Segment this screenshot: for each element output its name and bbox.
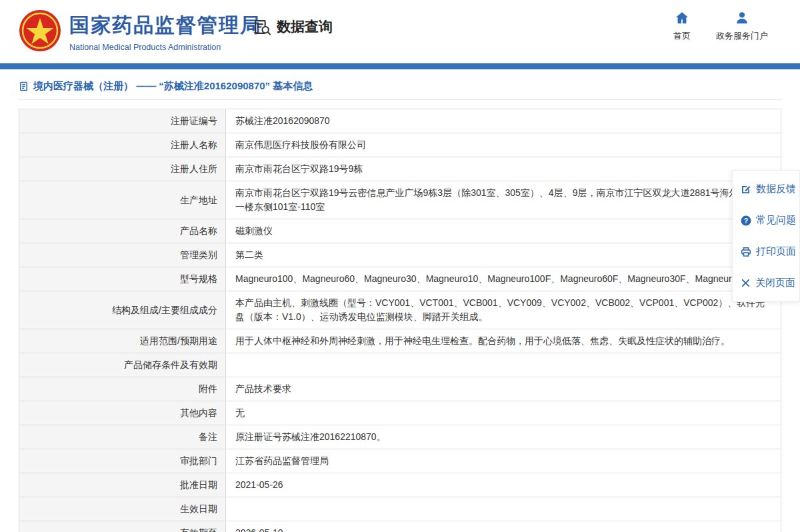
table-row: 审批部门江苏省药品监督管理局 bbox=[19, 449, 781, 473]
field-label: 有效期至 bbox=[19, 521, 226, 532]
field-value: 原注册证号苏械注准20162210870。 bbox=[226, 425, 781, 449]
table-row: 有效期至2026-05-10 bbox=[19, 521, 781, 532]
table-row: 注册人名称南京伟思医疗科技股份有限公司 bbox=[19, 133, 781, 157]
header-divider-bar bbox=[0, 63, 800, 69]
table-row: 注册证编号苏械注准20162090870 bbox=[19, 109, 781, 133]
org-name-en: National Medical Products Administration bbox=[69, 43, 261, 52]
table-row: 生效日期 bbox=[19, 497, 781, 521]
feedback-icon bbox=[741, 184, 751, 195]
field-value: 2026-05-10 bbox=[226, 521, 781, 532]
field-label: 适用范围/预期用途 bbox=[19, 329, 226, 353]
table-row: 注册人住所南京市雨花台区宁双路19号9栋 bbox=[19, 157, 781, 181]
field-label: 产品储存条件及有效期 bbox=[19, 353, 226, 377]
table-row: 批准日期2021-05-26 bbox=[19, 473, 781, 497]
field-value: 江苏省药品监督管理局 bbox=[226, 449, 781, 473]
data-query-label: 数据查询 bbox=[277, 17, 333, 36]
breadcrumb: 境内医疗器械（注册） —— “苏械注准20162090870” 基本信息 bbox=[19, 69, 781, 100]
field-value: 苏械注准20162090870 bbox=[226, 109, 781, 133]
user-icon bbox=[735, 11, 749, 25]
panel-item-label: 数据反馈 bbox=[756, 183, 796, 195]
table-row: 其他内容无 bbox=[19, 401, 781, 425]
field-value: 磁刺激仪 bbox=[226, 219, 781, 243]
panel-item-faq[interactable]: ? 常见问题 bbox=[741, 205, 799, 236]
org-name-cn: 国家药品监督管理局 bbox=[69, 12, 261, 39]
panel-item-label: 打印页面 bbox=[756, 245, 796, 258]
table-row: 适用范围/预期用途用于人体中枢神经和外周神经刺激，用于神经电生理检查。配合药物，… bbox=[19, 329, 781, 353]
panel-item-label: 常见问题 bbox=[756, 214, 796, 227]
table-row: 管理类别第二类 bbox=[19, 243, 781, 267]
field-value: 第二类 bbox=[226, 243, 781, 267]
question-icon: ? bbox=[741, 215, 751, 226]
nav-item-home[interactable]: 首页 bbox=[673, 11, 691, 42]
field-value: 南京伟思医疗科技股份有限公司 bbox=[226, 133, 781, 157]
field-label: 注册人住所 bbox=[19, 157, 226, 181]
field-value: 南京市雨花台区宁双路19号9栋 bbox=[226, 157, 781, 181]
nav-item-label: 政务服务门户 bbox=[716, 30, 768, 42]
data-query-nav[interactable]: 数据查询 bbox=[253, 17, 333, 36]
table-row: 生产地址南京市雨花台区宁双路19号云密信息产业广场9栋3层（除301室、305室… bbox=[19, 181, 781, 219]
field-label: 注册人名称 bbox=[19, 133, 226, 157]
floating-tools-panel: 数据反馈 ? 常见问题 打印页面 关闭页面 bbox=[732, 170, 800, 302]
table-row: 产品储存条件及有效期 bbox=[19, 353, 781, 377]
field-label: 审批部门 bbox=[19, 449, 226, 473]
close-icon bbox=[741, 278, 751, 288]
field-value: 南京市雨花台区宁双路19号云密信息产业广场9栋3层（除301室、305室）、4层… bbox=[226, 181, 781, 219]
print-icon bbox=[741, 247, 751, 257]
panel-item-label: 关闭页面 bbox=[755, 277, 795, 289]
field-label: 附件 bbox=[19, 377, 226, 401]
field-label: 结构及组成/主要组成成分 bbox=[19, 291, 226, 329]
site-header: 国家药品监督管理局 National Medical Products Admi… bbox=[0, 0, 800, 63]
field-value bbox=[226, 353, 781, 377]
header-nav: 首页 政务服务门户 bbox=[673, 11, 768, 42]
field-label: 注册证编号 bbox=[19, 109, 226, 133]
org-title-block: 国家药品监督管理局 National Medical Products Admi… bbox=[69, 12, 261, 52]
field-value: 2021-05-26 bbox=[226, 473, 781, 497]
field-label: 生效日期 bbox=[19, 497, 226, 521]
document-search-icon bbox=[253, 18, 271, 36]
page-title: 境内医疗器械（注册） —— “苏械注准20162090870” 基本信息 bbox=[33, 80, 313, 93]
table-row: 产品名称磁刺激仪 bbox=[19, 219, 781, 243]
field-label: 生产地址 bbox=[19, 181, 226, 219]
field-label: 型号规格 bbox=[19, 267, 226, 291]
field-value: Magneuro100、Magneuro60、Magneuro30、Magneu… bbox=[226, 267, 781, 291]
table-row: 附件产品技术要求 bbox=[19, 377, 781, 401]
table-row: 结构及组成/主要组成成分本产品由主机、刺激线圈（型号：VCY001、VCT001… bbox=[19, 291, 781, 329]
table-row: 备注原注册证号苏械注准20162210870。 bbox=[19, 425, 781, 449]
nav-item-label: 首页 bbox=[673, 30, 691, 42]
field-value bbox=[226, 497, 781, 521]
table-row: 型号规格Magneuro100、Magneuro60、Magneuro30、Ma… bbox=[19, 267, 781, 291]
nav-item-gov-portal[interactable]: 政务服务门户 bbox=[716, 11, 768, 42]
field-label: 产品名称 bbox=[19, 219, 226, 243]
nmpa-emblem-logo bbox=[19, 9, 61, 52]
field-label: 备注 bbox=[19, 425, 226, 449]
panel-item-print[interactable]: 打印页面 bbox=[741, 236, 799, 267]
field-label: 管理类别 bbox=[19, 243, 226, 267]
home-icon bbox=[675, 11, 689, 25]
field-value: 用于人体中枢神经和外周神经刺激，用于神经电生理检查。配合药物，用于心境低落、焦虑… bbox=[226, 329, 781, 353]
field-label: 其他内容 bbox=[19, 401, 226, 425]
svg-text:?: ? bbox=[744, 216, 748, 224]
panel-item-close[interactable]: 关闭页面 bbox=[741, 267, 799, 299]
document-icon bbox=[19, 81, 29, 91]
panel-item-feedback[interactable]: 数据反馈 bbox=[741, 173, 799, 205]
field-value: 产品技术要求 bbox=[226, 377, 781, 401]
field-label: 批准日期 bbox=[19, 473, 226, 497]
registration-info-table: 注册证编号苏械注准20162090870注册人名称南京伟思医疗科技股份有限公司注… bbox=[19, 109, 781, 532]
field-value: 无 bbox=[226, 401, 781, 425]
field-value: 本产品由主机、刺激线圈（型号：VCY001、VCT001、VCB001、VCY0… bbox=[226, 291, 781, 329]
